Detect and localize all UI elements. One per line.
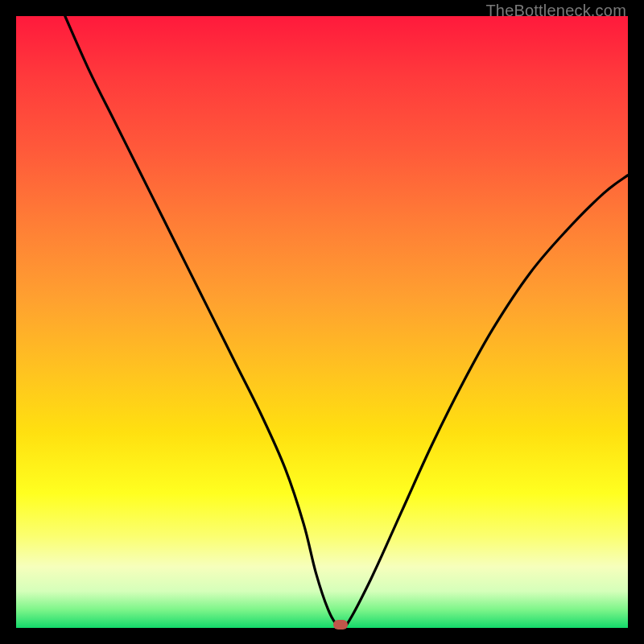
bottleneck-curve	[16, 16, 628, 628]
chart-frame: TheBottleneck.com	[0, 0, 644, 644]
plot-area	[16, 16, 628, 628]
minimum-marker	[333, 620, 348, 630]
